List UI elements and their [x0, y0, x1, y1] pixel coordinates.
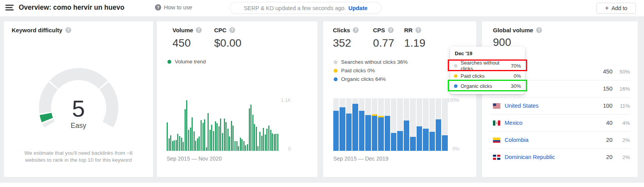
tooltip-label: Organic clicks — [461, 83, 492, 89]
organic-clicks-segment — [404, 121, 409, 151]
update-notice-text: SERP & KD updated a few seconds ago. — [244, 5, 346, 11]
kd-note-line1: We estimate that you'll need backlinks f… — [4, 150, 153, 157]
tooltip-value: 30% — [511, 83, 521, 89]
volume-bar — [211, 125, 212, 151]
volume-bar — [215, 121, 216, 151]
country-link[interactable]: Dominican Republic — [505, 154, 555, 160]
kd-title-text: Keyword difficulty — [12, 27, 62, 33]
clicks-bar — [346, 98, 352, 151]
clicks-bar — [410, 98, 415, 151]
volume-trend-legend-label: Volume trend — [175, 59, 206, 65]
volume-bar — [199, 136, 200, 151]
volume-bar — [197, 138, 198, 151]
volume-bar — [245, 145, 246, 151]
tooltip-label: Searches without clicks — [461, 60, 508, 72]
page-title: Overview: como hervir un huevo — [19, 3, 124, 12]
cps-label: CPS ? — [373, 27, 394, 33]
serp-update-pill: SERP & KD updated a few seconds ago. Upd… — [230, 2, 382, 14]
kd-note-line2: websites to rank in the top 10 for this … — [4, 157, 153, 164]
tooltip-label: Paid clicks — [461, 73, 484, 79]
country-volume: 40 — [606, 120, 612, 126]
kd-help-icon[interactable]: ? — [65, 27, 71, 33]
volume-bar — [272, 133, 273, 151]
cpc-label: CPC ? — [214, 27, 235, 33]
clicks-help-icon[interactable]: ? — [353, 27, 359, 33]
how-to-use-link[interactable]: ? How to use — [155, 4, 192, 10]
volume-bar — [238, 146, 239, 151]
organic-clicks-segment — [429, 132, 435, 151]
volume-bar — [261, 136, 262, 151]
country-volume: 20 — [606, 154, 612, 160]
organic-clicks-dot-icon — [334, 77, 338, 81]
country-volume: 20 — [606, 137, 612, 143]
clicks-value: 352 — [333, 37, 351, 49]
volume-axis-max: 1.1K — [274, 98, 291, 103]
global-volume-card: Global volume ? 900 450 50% 150 16% Unit… — [482, 21, 638, 177]
volume-bar — [266, 129, 267, 151]
volume-bar — [204, 119, 205, 151]
us-flag-icon — [493, 103, 500, 108]
volume-bar — [208, 113, 209, 151]
top-bar: Overview: como hervir un huevo ? How to … — [0, 0, 644, 16]
volume-bar — [170, 135, 171, 151]
rr-help-icon[interactable]: ? — [415, 27, 421, 33]
volume-bar — [209, 130, 211, 151]
volume-bar — [179, 136, 180, 151]
legend-label: Organic clicks 64% — [341, 76, 386, 82]
volume-bar — [186, 100, 187, 151]
organic-clicks-segment — [391, 133, 396, 151]
cpc-help-icon[interactable]: ? — [229, 27, 235, 33]
clicks-breakdown-chart[interactable] — [333, 98, 448, 151]
country-link[interactable]: United States — [505, 103, 538, 109]
cpc-value: $0.00 — [214, 37, 241, 49]
organic-clicks-segment — [397, 131, 403, 151]
volume-trend-dot-icon — [167, 60, 171, 64]
global-volume-title: Global volume ? — [493, 27, 542, 33]
clicks-card: Clicks ? 352 CPS ? 0.77 RR ? 1.19 Search… — [323, 21, 476, 177]
volume-bar — [270, 130, 271, 151]
rr-value: 1.19 — [404, 37, 426, 49]
country-volume: 150 — [603, 86, 612, 92]
paid-clicks-segment — [372, 114, 377, 116]
global-volume-help-icon[interactable]: ? — [536, 27, 542, 33]
legend-searches-without-clicks: Searches without clicks 36% — [334, 59, 408, 65]
mexico-flag-icon — [493, 121, 500, 126]
kd-score-label: Easy — [4, 122, 153, 130]
volume-help-icon[interactable]: ? — [196, 27, 202, 33]
country-link[interactable]: Mexico — [505, 120, 523, 126]
volume-bar — [222, 133, 223, 151]
kd-score: 5 — [4, 95, 153, 122]
clicks-label: Clicks ? — [333, 27, 359, 33]
country-row: United States 100 11% — [482, 98, 638, 115]
volume-value: 450 — [172, 37, 191, 49]
cps-value: 0.77 — [373, 37, 394, 49]
legend-paid-clicks: Paid clicks 0% — [334, 68, 375, 73]
paid-clicks-dot-icon — [454, 74, 457, 78]
tooltip-row-organic-clicks: Organic clicks 30% — [454, 81, 521, 91]
update-link[interactable]: Update — [348, 5, 368, 11]
country-link[interactable]: Colombia — [505, 137, 528, 143]
country-share: 16% — [614, 86, 630, 92]
legend-label: Paid clicks 0% — [341, 68, 375, 73]
volume-bar — [241, 139, 243, 151]
clicks-bar — [391, 98, 396, 151]
cps-help-icon[interactable]: ? — [388, 27, 394, 33]
volume-trend-chart[interactable] — [167, 100, 278, 151]
add-to-button[interactable]: + Add to — [596, 3, 636, 14]
clicks-bar — [352, 98, 358, 151]
volume-bar — [192, 117, 193, 151]
organic-clicks-segment — [352, 104, 358, 151]
volume-bar — [213, 131, 214, 151]
help-circle-icon: ? — [155, 4, 161, 10]
volume-bar — [218, 126, 220, 151]
tooltip-row-searches-without-clicks: Searches without clicks 70% — [454, 61, 521, 71]
global-volume-title-text: Global volume — [493, 27, 533, 33]
country-share: 50% — [614, 69, 630, 75]
volume-bar — [225, 122, 227, 151]
volume-bar — [195, 141, 196, 151]
plus-icon: + — [605, 5, 609, 11]
clicks-axis-max: 100% — [440, 98, 459, 103]
searches-without-clicks-dot-icon — [454, 64, 457, 68]
hamburger-menu-icon[interactable] — [5, 5, 14, 11]
volume-bar — [268, 126, 269, 151]
